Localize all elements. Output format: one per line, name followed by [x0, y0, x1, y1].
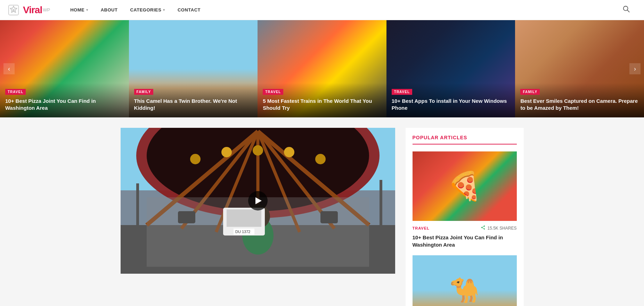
popular-item-1-image — [413, 151, 517, 221]
slide-5-category: FAMILY — [520, 89, 540, 95]
nav-about[interactable]: ABOUT — [95, 0, 124, 20]
popular-item-1[interactable]: TRAVEL 15.5K SHARES 10+ Best Pizza Joint… — [413, 151, 517, 248]
popular-item-1-category: TRAVEL — [413, 226, 430, 230]
svg-point-23 — [315, 154, 326, 164]
nav-categories[interactable]: CATEGORIES ▾ — [124, 0, 171, 20]
slider-track: TRAVEL 10+ Best Pizza Joint You Can Find… — [0, 20, 644, 117]
slide-5[interactable]: FAMILY Best Ever Smiles Captured on Came… — [515, 20, 644, 117]
slider-next-button[interactable]: › — [629, 63, 641, 74]
slide-2-category: FAMILY — [134, 89, 154, 95]
svg-point-22 — [284, 147, 294, 157]
svg-rect-30 — [227, 209, 261, 227]
slide-4-category: TRAVEL — [392, 89, 412, 95]
video-thumbnail[interactable]: DU 1372 — [121, 128, 395, 274]
sidebar: POPULAR ARTICLES TRAVEL 15.5K SHARES — [406, 128, 524, 306]
svg-rect-33 — [136, 183, 139, 225]
slide-1[interactable]: TRAVEL 10+ Best Pizza Joint You Can Find… — [0, 20, 129, 117]
popular-articles-title: POPULAR ARTICLES — [413, 135, 517, 144]
nav-contact[interactable]: CONTACT — [171, 0, 207, 20]
main-nav: HOME ▾ ABOUT CATEGORIES ▾ CONTACT — [64, 0, 616, 20]
popular-item-1-meta: TRAVEL 15.5K SHARES — [413, 225, 517, 231]
svg-point-21 — [253, 145, 263, 156]
slide-2[interactable]: FAMILY This Camel Has a Twin Brother. We… — [129, 20, 258, 117]
popular-item-2[interactable] — [413, 255, 517, 306]
popular-item-2-image — [413, 255, 517, 306]
slide-4-title: 10+ Best Apps To install in Your New Win… — [392, 98, 510, 111]
search-button[interactable] — [616, 5, 637, 15]
share-count-text: 15.5K SHARES — [487, 226, 516, 231]
categories-chevron-icon: ▾ — [163, 8, 165, 12]
slide-2-title: This Camel Has a Twin Brother. We're Not… — [134, 98, 253, 111]
main-article: DU 1372 — [121, 128, 395, 306]
slide-3-category: TRAVEL — [263, 89, 283, 95]
svg-point-19 — [190, 154, 201, 164]
popular-item-1-shares: 15.5K SHARES — [481, 225, 516, 231]
hero-slider: ‹ TRAVEL 10+ Best Pizza Joint You Can Fi… — [0, 20, 644, 117]
slide-5-title: Best Ever Smiles Captured on Camera. Pre… — [520, 98, 639, 111]
logo-brand: Viral — [23, 5, 42, 16]
logo[interactable]: Viral WP — [7, 3, 50, 17]
popular-item-1-title[interactable]: 10+ Best Pizza Joint You Can Find in Was… — [413, 234, 517, 248]
main-content: DU 1372 POPULAR ARTICLES TRAVEL — [114, 128, 531, 306]
logo-icon — [7, 3, 20, 17]
svg-rect-34 — [380, 180, 382, 225]
share-icon — [481, 225, 486, 231]
svg-line-6 — [627, 10, 629, 12]
popular-articles-section: POPULAR ARTICLES TRAVEL 15.5K SHARES — [406, 128, 524, 306]
slide-3-title: 5 Most Fastest Trains in The World That … — [263, 98, 381, 111]
svg-point-5 — [623, 6, 628, 11]
slider-prev-button[interactable]: ‹ — [3, 63, 15, 74]
slide-1-title: 10+ Best Pizza Joint You Can Find in Was… — [5, 98, 124, 111]
slide-1-category: TRAVEL — [5, 89, 26, 95]
slide-3[interactable]: TRAVEL 5 Most Fastest Trains in The Worl… — [258, 20, 386, 117]
logo-wp: WP — [43, 7, 50, 13]
header: Viral WP HOME ▾ ABOUT CATEGORIES ▾ CONTA… — [0, 0, 644, 20]
video-play-button[interactable] — [248, 191, 268, 210]
svg-text:DU 1372: DU 1372 — [235, 230, 250, 234]
search-icon — [622, 5, 630, 13]
home-chevron-icon: ▾ — [86, 8, 88, 12]
nav-home[interactable]: HOME ▾ — [64, 0, 95, 20]
slide-4[interactable]: TRAVEL 10+ Best Apps To install in Your … — [386, 20, 515, 117]
svg-point-20 — [221, 147, 232, 157]
